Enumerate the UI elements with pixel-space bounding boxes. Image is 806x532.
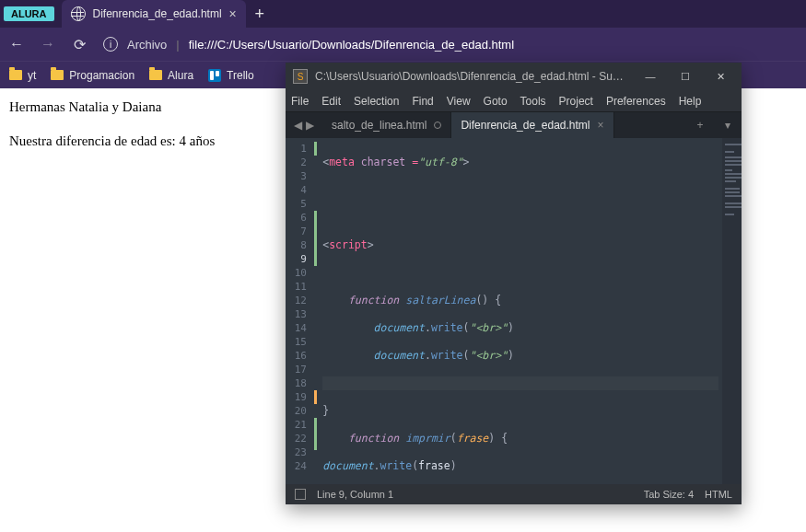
menu-selection[interactable]: Selection — [354, 95, 399, 108]
tab-difenrencia[interactable]: Difenrencia_de_edad.html × — [451, 112, 613, 138]
tab-bar: ALURA Difenrencia_de_edad.html × + — [0, 0, 806, 28]
bookmark-alura[interactable]: Alura — [149, 69, 193, 82]
browser-tab[interactable]: Difenrencia_de_edad.html × — [62, 0, 246, 28]
new-tab-button[interactable]: + — [246, 0, 274, 28]
line-gutter[interactable]: 12345 678910 1112131415 1617181920 21222… — [286, 138, 314, 484]
bookmark-label: Trello — [227, 69, 254, 82]
menu-preferences[interactable]: Preferences — [606, 95, 666, 108]
menu-help[interactable]: Help — [679, 95, 702, 108]
address-url: file:///C:/Users/Usuario/Downloads/Difen… — [189, 38, 514, 52]
forward-button[interactable]: → — [37, 33, 59, 55]
maximize-button[interactable]: ☐ — [672, 67, 699, 86]
menu-file[interactable]: File — [291, 95, 309, 108]
tab-label: Difenrencia_de_edad.html — [461, 119, 590, 132]
panel-toggle-icon[interactable] — [295, 489, 306, 500]
bookmark-label: yt — [28, 69, 36, 82]
address-separator: | — [176, 38, 179, 52]
globe-icon — [71, 6, 86, 21]
menu-find[interactable]: Find — [412, 95, 433, 108]
reload-button[interactable]: ⟳ — [68, 33, 90, 55]
status-position[interactable]: Line 9, Column 1 — [317, 489, 393, 500]
menu-bar: File Edit Selection Find View Goto Tools… — [286, 90, 742, 112]
trello-icon — [208, 69, 221, 82]
unsaved-icon — [434, 121, 441, 129]
editor-tabs: ◀ ▶ salto_de_linea.html Difenrencia_de_e… — [286, 112, 742, 138]
code-area[interactable]: <meta charset ="utf-8"> <script> functio… — [315, 138, 721, 484]
menu-project[interactable]: Project — [559, 95, 593, 108]
sublime-window: S C:\Users\Usuario\Downloads\Difenrencia… — [286, 63, 742, 504]
folder-icon — [149, 70, 162, 80]
tab-salto-de-linea[interactable]: salto_de_linea.html — [322, 112, 451, 138]
menu-edit[interactable]: Edit — [321, 95, 341, 108]
tab-title: Difenrencia_de_edad.html — [93, 7, 222, 20]
menu-goto[interactable]: Goto — [484, 95, 508, 108]
minimap[interactable] — [722, 138, 742, 484]
info-icon[interactable]: i — [103, 37, 118, 52]
tab-menu-button[interactable]: ▾ — [714, 112, 742, 138]
status-bar: Line 9, Column 1 Tab Size: 4 HTML — [286, 484, 742, 504]
nav-bar: ← → ⟳ i Archivo | file:///C:/Users/Usuar… — [0, 28, 806, 61]
editor-body: 12345 678910 1112131415 1617181920 21222… — [286, 138, 742, 484]
bookmark-label: Alura — [168, 69, 193, 82]
bookmark-yt[interactable]: yt — [9, 69, 36, 82]
back-button[interactable]: ← — [6, 33, 28, 55]
bookmark-trello[interactable]: Trello — [208, 69, 254, 82]
address-label: Archivo — [127, 38, 167, 52]
new-file-button[interactable]: + — [686, 112, 714, 138]
status-tabsize[interactable]: Tab Size: 4 — [644, 489, 694, 500]
gutter-markers — [314, 138, 315, 484]
bookmark-progamacion[interactable]: Progamacion — [51, 69, 134, 82]
alura-badge: ALURA — [4, 6, 54, 21]
folder-icon — [51, 70, 64, 80]
close-icon[interactable]: × — [598, 119, 604, 132]
bookmark-label: Progamacion — [69, 69, 134, 82]
close-icon[interactable]: × — [229, 6, 237, 21]
tab-label: salto_de_linea.html — [332, 119, 426, 132]
minimize-button[interactable]: — — [637, 67, 664, 86]
folder-icon — [9, 70, 22, 80]
menu-view[interactable]: View — [447, 95, 471, 108]
titlebar[interactable]: S C:\Users\Usuario\Downloads\Difenrencia… — [286, 63, 742, 90]
window-title: C:\Users\Usuario\Downloads\Difenrencia_d… — [315, 70, 629, 83]
close-button[interactable]: ✕ — [707, 67, 734, 86]
tab-nav-arrows[interactable]: ◀ ▶ — [286, 112, 322, 138]
menu-tools[interactable]: Tools — [520, 95, 546, 108]
sublime-icon: S — [293, 69, 308, 84]
address-bar[interactable]: i Archivo | file:///C:/Users/Usuario/Dow… — [99, 37, 800, 52]
status-lang[interactable]: HTML — [705, 489, 732, 500]
